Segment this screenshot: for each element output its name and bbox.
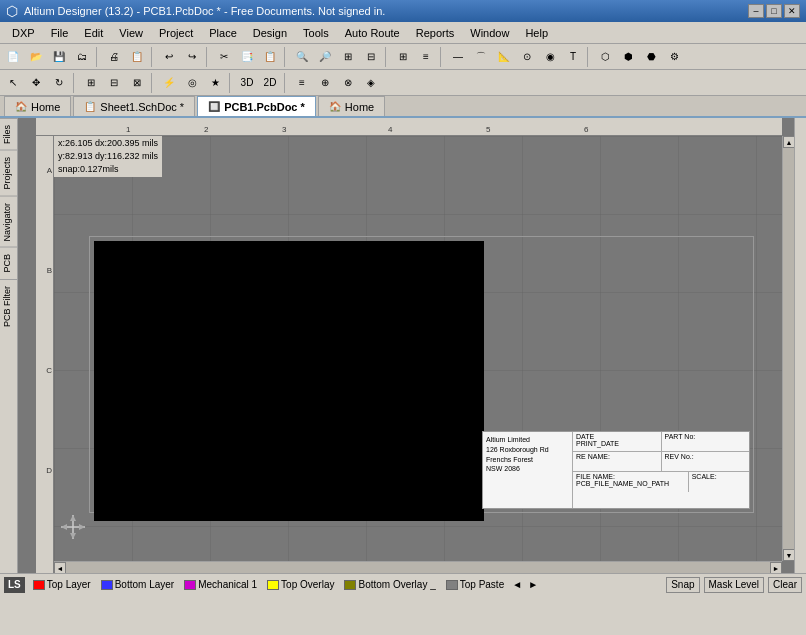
tab-home2[interactable]: 🏠 Home bbox=[318, 96, 385, 116]
close-button[interactable]: ✕ bbox=[784, 4, 800, 18]
panel-navigator[interactable]: Navigator bbox=[0, 196, 17, 248]
tb-undo[interactable]: ↩ bbox=[158, 46, 180, 68]
panel-files[interactable]: Files bbox=[0, 118, 17, 150]
tb-open[interactable]: 📂 bbox=[25, 46, 47, 68]
tb2-select[interactable]: ↖ bbox=[2, 72, 24, 94]
tb-route2[interactable]: ⌒ bbox=[470, 46, 492, 68]
tb2-net[interactable]: ◎ bbox=[181, 72, 203, 94]
tab-bar: 🏠 Home 📋 Sheet1.SchDoc * 🔲 PCB1.PcbDoc *… bbox=[0, 96, 806, 118]
layer-top[interactable]: Top Layer bbox=[29, 577, 95, 593]
tb2-3d[interactable]: 3D bbox=[236, 72, 258, 94]
canvas-area: 1 2 3 4 5 6 A B C D x:26.105 dx:200.395 … bbox=[18, 118, 794, 573]
tb2-2d[interactable]: 2D bbox=[259, 72, 281, 94]
tb-text[interactable]: T bbox=[562, 46, 584, 68]
tb-grid[interactable]: ⊞ bbox=[392, 46, 414, 68]
tb-measure[interactable]: 📐 bbox=[493, 46, 515, 68]
tb-via[interactable]: ⊙ bbox=[516, 46, 538, 68]
tb-comp[interactable]: ⬡ bbox=[594, 46, 616, 68]
tb-zoom-out[interactable]: 🔎 bbox=[314, 46, 336, 68]
tb-fit[interactable]: ⊞ bbox=[337, 46, 359, 68]
tb-paste[interactable]: 📋 bbox=[259, 46, 281, 68]
tb2-highlight[interactable]: ★ bbox=[204, 72, 226, 94]
scrollbar-down-button[interactable]: ▼ bbox=[783, 549, 794, 561]
scrollbar-right-button[interactable]: ► bbox=[770, 562, 782, 573]
coord-y: y:82.913 dy:116.232 mils bbox=[58, 150, 158, 163]
sep5 bbox=[385, 47, 389, 67]
pcb-viewport[interactable]: Altium Limited 126 Roxborough Rd Frenchs… bbox=[54, 136, 782, 561]
tb-redo[interactable]: ↪ bbox=[181, 46, 203, 68]
layer-bottom-overlay[interactable]: Bottom Overlay _ bbox=[340, 577, 439, 593]
tb2-align2[interactable]: ⊟ bbox=[103, 72, 125, 94]
menu-help[interactable]: Help bbox=[517, 25, 556, 41]
title-bar-left: ⬡ Altium Designer (13.2) - PCB1.PcbDoc *… bbox=[6, 3, 385, 19]
menu-window[interactable]: Window bbox=[462, 25, 517, 41]
scrollbar-bottom[interactable]: ◄ ► bbox=[54, 561, 782, 573]
tb2-more3[interactable]: ⊗ bbox=[337, 72, 359, 94]
tb-layers[interactable]: ≡ bbox=[415, 46, 437, 68]
tb2-rotate[interactable]: ↻ bbox=[48, 72, 70, 94]
scrollbar-up-button[interactable]: ▲ bbox=[783, 136, 794, 148]
layer-bottom[interactable]: Bottom Layer bbox=[97, 577, 178, 593]
menu-design[interactable]: Design bbox=[245, 25, 295, 41]
title-text: Altium Designer (13.2) - PCB1.PcbDoc * -… bbox=[24, 5, 385, 17]
layer-top-overlay[interactable]: Top Overlay bbox=[263, 577, 338, 593]
layer-bottom-color bbox=[101, 580, 113, 590]
tb-save-all[interactable]: 🗂 bbox=[71, 46, 93, 68]
layer-top-paste[interactable]: Top Paste bbox=[442, 577, 508, 593]
toolbar-row-2: ↖ ✥ ↻ ⊞ ⊟ ⊠ ⚡ ◎ ★ 3D 2D ≡ ⊕ ⊗ ◈ bbox=[0, 70, 806, 96]
maximize-button[interactable]: □ bbox=[766, 4, 782, 18]
scrollbar-track-right[interactable] bbox=[783, 148, 794, 549]
tb2-drc[interactable]: ⚡ bbox=[158, 72, 180, 94]
tb-comp2[interactable]: ⬢ bbox=[617, 46, 639, 68]
scrollbar-track-bottom[interactable] bbox=[66, 562, 770, 573]
pcb-black-area bbox=[94, 241, 484, 521]
tb-new[interactable]: 📄 bbox=[2, 46, 24, 68]
tb-zoom-in[interactable]: 🔍 bbox=[291, 46, 313, 68]
tb2-align[interactable]: ⊞ bbox=[80, 72, 102, 94]
svg-marker-4 bbox=[61, 524, 67, 530]
menu-project[interactable]: Project bbox=[151, 25, 201, 41]
tb2-more4[interactable]: ◈ bbox=[360, 72, 382, 94]
tab-home2-icon: 🏠 bbox=[329, 101, 341, 112]
menu-dxp[interactable]: DXP bbox=[4, 25, 43, 41]
tb-save[interactable]: 💾 bbox=[48, 46, 70, 68]
tb2-align3[interactable]: ⊠ bbox=[126, 72, 148, 94]
tb2-more2[interactable]: ⊕ bbox=[314, 72, 336, 94]
scrollbar-left-button[interactable]: ◄ bbox=[54, 562, 66, 573]
menu-reports[interactable]: Reports bbox=[408, 25, 463, 41]
menu-autoroute[interactable]: Auto Route bbox=[337, 25, 408, 41]
tab-home[interactable]: 🏠 Home bbox=[4, 96, 71, 116]
menu-edit[interactable]: Edit bbox=[76, 25, 111, 41]
tab-sheet1[interactable]: 📋 Sheet1.SchDoc * bbox=[73, 96, 195, 116]
snap-button[interactable]: Snap bbox=[666, 577, 699, 593]
tb2-more1[interactable]: ≡ bbox=[291, 72, 313, 94]
clear-button[interactable]: Clear bbox=[768, 577, 802, 593]
tab-pcb1-icon: 🔲 bbox=[208, 101, 220, 112]
tb2-move[interactable]: ✥ bbox=[25, 72, 47, 94]
tb-cut[interactable]: ✂ bbox=[213, 46, 235, 68]
menu-view[interactable]: View bbox=[111, 25, 151, 41]
panel-pcb[interactable]: PCB bbox=[0, 247, 17, 279]
tb-copy[interactable]: 📑 bbox=[236, 46, 258, 68]
tb-route[interactable]: — bbox=[447, 46, 469, 68]
layer-scroll-right[interactable]: ► bbox=[526, 579, 540, 590]
mask-level-button[interactable]: Mask Level bbox=[704, 577, 765, 593]
tb-prop[interactable]: ⚙ bbox=[663, 46, 685, 68]
tb-pad[interactable]: ◉ bbox=[539, 46, 561, 68]
scrollbar-right[interactable]: ▲ ▼ bbox=[782, 136, 794, 561]
layer-mechanical[interactable]: Mechanical 1 bbox=[180, 577, 261, 593]
tb-zoom3[interactable]: ⊟ bbox=[360, 46, 382, 68]
layer-scroll-left[interactable]: ◄ bbox=[510, 579, 524, 590]
tb-print2[interactable]: 📋 bbox=[126, 46, 148, 68]
tb-print[interactable]: 🖨 bbox=[103, 46, 125, 68]
tb-comp3[interactable]: ⬣ bbox=[640, 46, 662, 68]
minimize-button[interactable]: – bbox=[748, 4, 764, 18]
menu-tools[interactable]: Tools bbox=[295, 25, 337, 41]
panel-projects[interactable]: Projects bbox=[0, 150, 17, 196]
menu-file[interactable]: File bbox=[43, 25, 77, 41]
tab-pcb1[interactable]: 🔲 PCB1.PcbDoc * bbox=[197, 96, 316, 116]
menu-place[interactable]: Place bbox=[201, 25, 245, 41]
sep9 bbox=[151, 73, 155, 93]
panel-pcb-filter[interactable]: PCB Filter bbox=[0, 279, 17, 333]
sep8 bbox=[73, 73, 77, 93]
